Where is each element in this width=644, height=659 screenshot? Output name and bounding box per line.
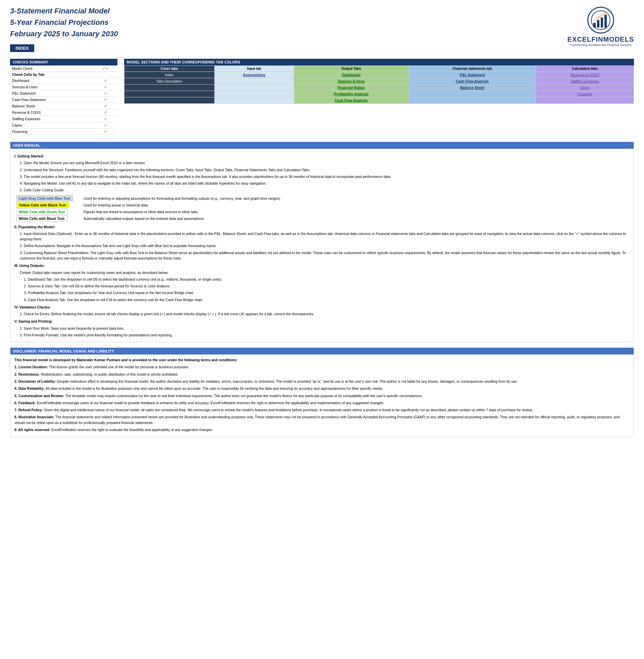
cover-cell bbox=[124, 97, 215, 104]
financing-link[interactable]: Financing bbox=[577, 92, 593, 96]
svg-rect-4 bbox=[604, 15, 607, 27]
populating-item2: 2. Define Assumptions: Navigate to the A… bbox=[15, 243, 629, 248]
getting-started-item4: 4. Navigating the Model: Use cell A1 in … bbox=[15, 181, 629, 186]
color-row: Yellow Cells with Black Text: Used for e… bbox=[15, 202, 629, 208]
calc-cell: Staffing Expenses bbox=[536, 78, 634, 85]
tab-label: Financing bbox=[10, 129, 94, 135]
output-cell: Profitability Analysis bbox=[294, 91, 409, 97]
financial-ratios-link[interactable]: Financial Ratios bbox=[338, 86, 365, 90]
profitability-link[interactable]: Profitability Analysis bbox=[334, 92, 368, 96]
section3-title: III. Using Outputs: bbox=[15, 263, 629, 268]
disclaimer-header: DISCLAIMER: FINANCIAL MODEL USAGE AND LI… bbox=[10, 348, 634, 354]
table-row: Cover tabs Input tab Output Tabs Financi… bbox=[124, 66, 634, 72]
index-badge: INDEX bbox=[10, 44, 34, 52]
fin-cell bbox=[409, 97, 536, 104]
col-cover-header: Cover tabs bbox=[124, 66, 215, 72]
model-check-value: ✓✓ bbox=[94, 65, 117, 72]
disclaimer-section: DISCLAIMER: FINANCIAL MODEL USAGE AND LI… bbox=[10, 348, 634, 437]
tab-label: Cash Flow Statement bbox=[10, 97, 94, 103]
assumptions-link[interactable]: Assumptions bbox=[243, 73, 265, 77]
sources-uses-link[interactable]: Sources & Uses bbox=[338, 79, 365, 83]
col-calc-header: Calculation tabs bbox=[536, 66, 634, 72]
staffing-link[interactable]: Staffing Expenses bbox=[571, 79, 599, 83]
disclaimer-intro: This financial model is developed by Mah… bbox=[15, 357, 629, 363]
balance-sheet-link[interactable]: Balance Sheet bbox=[460, 86, 484, 90]
fin-cell bbox=[409, 91, 536, 97]
logo-circle bbox=[587, 7, 614, 34]
page-header: 3-Statement Financial Model 5-Year Finan… bbox=[10, 7, 634, 52]
model-check-label: Model Check bbox=[10, 65, 94, 72]
checks-table: Model Check ✓✓ Check Cells by Tab: Dashb… bbox=[10, 65, 117, 135]
cashflow-analysis-link2[interactable]: Cash Flow Analysis bbox=[335, 98, 368, 103]
getting-started-item3: 3. The model includes a five-year foreca… bbox=[15, 174, 629, 179]
dashboard-link[interactable]: Dashboard bbox=[342, 73, 361, 77]
tab-check: ✓ bbox=[94, 84, 117, 90]
cover-cell: Index bbox=[124, 72, 215, 78]
pl-link[interactable]: P&L Statement bbox=[460, 73, 485, 77]
table-row: Cash Flow Analysis bbox=[124, 97, 634, 104]
table-row: Model Check ✓✓ bbox=[10, 65, 117, 72]
input-cell bbox=[214, 91, 294, 97]
color-coding-table: Light Gray Cells with Blue Text Used for… bbox=[15, 195, 629, 222]
getting-started-item5: 5. Cells Color Coding Guide: bbox=[15, 187, 629, 193]
table-row: Cash Flow Statement ✓ bbox=[10, 97, 117, 103]
tab-label: Revenue & COGS bbox=[10, 109, 94, 116]
table-row: Profitability Analysis Financing bbox=[124, 91, 634, 97]
getting-started-item2: 2. Understand the Structure: Familiarize… bbox=[15, 167, 629, 173]
getting-started-item1: 1. Open the Model: Ensure you are using … bbox=[15, 160, 629, 166]
populating-item1: 1. Input Historical Data (Optional) : En… bbox=[15, 231, 629, 242]
input-cell bbox=[214, 97, 294, 104]
capex-link[interactable]: Capex bbox=[580, 86, 590, 90]
table-row: P&L Statement ✓ bbox=[10, 90, 117, 97]
title3: February 2025 to January 2030 bbox=[10, 29, 118, 38]
yellow-cell: Yellow Cells with Black Text: bbox=[17, 202, 69, 208]
tab-label: Dashboard bbox=[10, 78, 94, 84]
table-row: Index Assumptions Dashboard P&L Statemen… bbox=[124, 72, 634, 78]
user-manual-section: USER MANUAL I. Getting Started: 1. Open … bbox=[10, 142, 634, 342]
table-row: Check Cells by Tab: bbox=[10, 72, 117, 78]
user-manual-header: USER MANUAL bbox=[10, 142, 634, 149]
tab-check: ✓ bbox=[94, 122, 117, 129]
tab-label: Sources & Uses bbox=[10, 84, 94, 90]
svg-rect-3 bbox=[601, 18, 603, 27]
fin-cell: P&L Statement bbox=[409, 72, 536, 78]
disclaimer-item9: 9. All rights reserved: ExcelFinModels r… bbox=[15, 427, 629, 433]
lightgray-cell: Light Gray Cells with Blue Text bbox=[17, 195, 73, 201]
validation-item1: 1. Check for Errors: Before finalizing t… bbox=[15, 311, 629, 316]
yellow-desc: Used for entering actual or historical d… bbox=[82, 202, 629, 208]
populating-item3: 3. Customizing Balance Sheet Placeholder… bbox=[15, 250, 629, 261]
disclaimer-body: This financial model is developed by Mah… bbox=[10, 354, 634, 437]
outputs-intro: Certain Output tabs require user inputs … bbox=[15, 270, 629, 275]
input-cell bbox=[214, 78, 294, 85]
output-cell: Financial Ratios bbox=[294, 85, 409, 91]
svg-rect-1 bbox=[593, 23, 596, 27]
cashflow-analysis-link[interactable]: Cash Flow Analysis bbox=[456, 79, 489, 83]
output-cell: Sources & Uses bbox=[294, 78, 409, 85]
saving-item1: 1. Save Your Work: Save your work freque… bbox=[15, 326, 629, 331]
disclaimer-item7: 7. Refund Policy: Given the digital and … bbox=[15, 407, 629, 413]
table-row: Revenue & COGS ✓ bbox=[10, 109, 117, 116]
col-fin-header: Financial statements tab bbox=[409, 66, 536, 72]
table-row: Capex ✓ bbox=[10, 122, 117, 129]
section4-title: IV. Validation Checks: bbox=[15, 305, 629, 310]
outputs-item1: 1. Dashboard Tab: Use the dropdown in ce… bbox=[15, 277, 629, 282]
revcogs-link[interactable]: Revenue & COGS bbox=[571, 73, 599, 77]
cover-cell: Tabs Description bbox=[124, 78, 215, 85]
color-row: White Cells with Green Text Figures that… bbox=[15, 208, 629, 215]
col-output-header: Output Tabs bbox=[294, 66, 409, 72]
white-green-cell: White Cells with Green Text bbox=[17, 209, 67, 215]
section2-title: II. Populating the Model: bbox=[15, 224, 629, 229]
lightgray-desc: Used for entering or adjusting assumptio… bbox=[82, 195, 629, 202]
color-row: Light Gray Cells with Blue Text Used for… bbox=[15, 195, 629, 202]
cover-cell bbox=[124, 91, 215, 97]
tab-check: ✓ bbox=[94, 90, 117, 97]
user-manual-body: I. Getting Started: 1. Open the Model: E… bbox=[10, 149, 634, 342]
tab-label: Balance Sheet bbox=[10, 103, 94, 109]
disclaimer-item8: 8. Illustrative financials: The financia… bbox=[15, 414, 629, 425]
disclaimer-item4: 4. Data Reliability: All data included i… bbox=[15, 386, 629, 391]
tab-check: ✓ bbox=[94, 78, 117, 84]
input-cell: Assumptions bbox=[214, 72, 294, 78]
logo-icon bbox=[591, 10, 611, 30]
checks-model-layout: CHECKS SUMMARY Model Check ✓✓ Check Cell… bbox=[10, 59, 634, 135]
tab-check: ✓ bbox=[94, 116, 117, 122]
